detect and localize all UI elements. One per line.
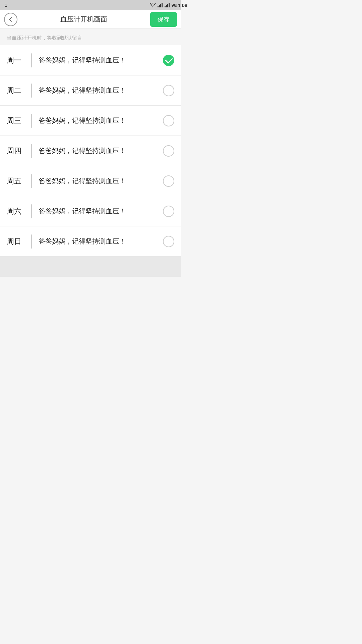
day-row-thursday: 周四 爸爸妈妈，记得坚持测血压！ [0,136,181,166]
day-row-wednesday: 周三 爸爸妈妈，记得坚持测血压！ [0,106,181,136]
day-row-tuesday: 周二 爸爸妈妈，记得坚持测血压！ [0,75,181,106]
status-bar: 1 14:08 96 [0,0,181,10]
day-checkbox-friday[interactable] [163,175,174,187]
page-title: 血压计开机画面 [17,15,150,24]
day-message-tuesday: 爸爸妈妈，记得坚持测血压！ [39,86,163,95]
day-label-saturday: 周六 [7,206,24,216]
day-list: 周一 爸爸妈妈，记得坚持测血压！ 周二 爸爸妈妈，记得坚持测血压！ 周三 爸爸妈… [0,45,181,257]
day-row-sunday: 周日 爸爸妈妈，记得坚持测血压！ [0,226,181,257]
day-label-monday: 周一 [7,55,24,65]
svg-rect-1 [159,5,160,7]
day-divider-wednesday [31,114,32,128]
status-indicator: 1 [5,3,7,8]
day-divider-saturday [31,204,32,218]
day-checkbox-monday[interactable] [163,55,174,66]
day-message-sunday: 爸爸妈妈，记得坚持测血压！ [39,237,163,246]
day-checkbox-tuesday[interactable] [163,85,174,96]
svg-rect-4 [165,6,166,7]
chevron-left-icon [9,17,13,21]
day-message-wednesday: 爸爸妈妈，记得坚持测血压！ [39,116,163,125]
day-row-monday: 周一 爸爸妈妈，记得坚持测血压！ [0,45,181,75]
day-divider-sunday [31,234,32,249]
day-divider-tuesday [31,84,32,98]
svg-rect-6 [167,4,168,7]
day-divider-thursday [31,144,32,158]
svg-rect-0 [158,6,159,7]
svg-rect-7 [169,3,170,7]
day-label-tuesday: 周二 [7,86,24,96]
bottom-area [0,257,181,277]
nav-bar: 血压计开机画面 保存 [0,10,181,29]
svg-rect-3 [162,3,163,7]
day-label-thursday: 周四 [7,146,24,156]
day-checkbox-wednesday[interactable] [163,115,174,126]
day-divider-friday [31,174,32,188]
day-checkbox-sunday[interactable] [163,236,174,247]
signal-icon-1 [158,3,163,7]
svg-rect-5 [166,5,167,7]
day-message-saturday: 爸爸妈妈，记得坚持测血压！ [39,207,163,216]
day-divider-monday [31,53,32,67]
back-button[interactable] [4,13,17,26]
day-checkbox-thursday[interactable] [163,145,174,157]
svg-rect-2 [160,4,161,7]
day-row-friday: 周五 爸爸妈妈，记得坚持测血压！ [0,166,181,196]
day-label-sunday: 周日 [7,236,24,247]
signal-icon-2 [165,3,170,7]
subtitle-text: 当血压计开机时，将收到默认留言 [0,29,181,45]
day-message-friday: 爸爸妈妈，记得坚持测血压！ [39,176,163,185]
status-time: 14:08 [175,2,181,8]
save-button[interactable]: 保存 [150,12,177,27]
status-icons: 96 [150,3,176,8]
day-label-friday: 周五 [7,176,24,186]
day-message-thursday: 爸爸妈妈，记得坚持测血压！ [39,146,163,155]
day-message-monday: 爸爸妈妈，记得坚持测血压！ [39,56,163,65]
day-checkbox-saturday[interactable] [163,206,174,217]
wifi-icon [150,3,156,7]
day-row-saturday: 周六 爸爸妈妈，记得坚持测血压！ [0,196,181,226]
day-label-wednesday: 周三 [7,116,24,126]
